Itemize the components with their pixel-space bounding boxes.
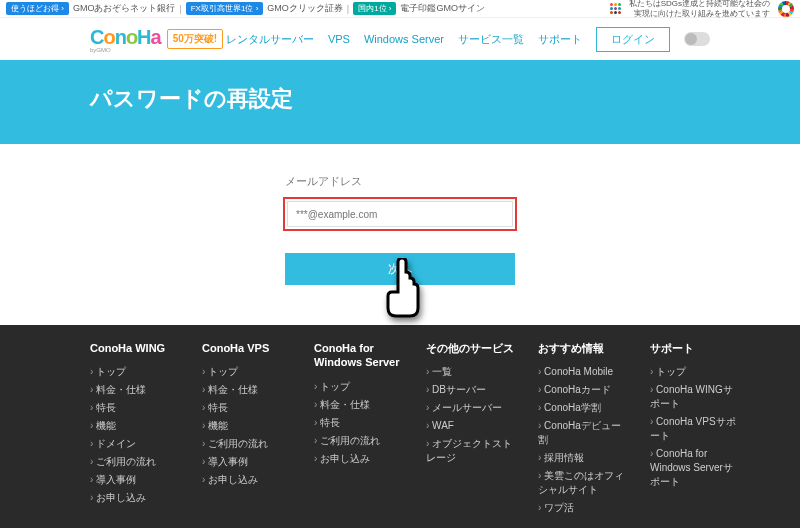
- footer-link[interactable]: トップ: [96, 366, 126, 377]
- theme-toggle[interactable]: [684, 32, 710, 46]
- partner-badge-0[interactable]: 使うほどお得 ›: [6, 2, 69, 15]
- email-field[interactable]: [287, 201, 513, 227]
- footer-col-1: ConoHa VPSトップ料金・仕様特長機能ご利用の流れ導入事例お申し込み: [202, 341, 292, 519]
- footer-link[interactable]: お申し込み: [320, 453, 370, 464]
- footer-link[interactable]: 料金・仕様: [208, 384, 258, 395]
- footer-link[interactable]: ワプ活: [544, 502, 574, 513]
- site-header: ConoHa byGMO 50万突破! レンタルサーバー VPS Windows…: [0, 18, 800, 60]
- footer-col-title: おすすめ情報: [538, 341, 628, 355]
- footer-link[interactable]: トップ: [320, 381, 350, 392]
- footer-col-5: サポートトップConoHa WINGサポートConoHa VPSサポートCono…: [650, 341, 740, 519]
- footer-link[interactable]: 採用情報: [544, 452, 584, 463]
- footer-link[interactable]: ConoHaカード: [544, 384, 611, 395]
- footer-link[interactable]: 美雲このはオフィシャルサイト: [538, 470, 624, 495]
- topbar-left: 使うほどお得 › GMOあおぞらネット銀行 | FX取引高世界1位 › GMOク…: [6, 2, 485, 15]
- partner-link-2[interactable]: 電子印鑑GMOサイン: [400, 2, 485, 15]
- footer-col-title: サポート: [650, 341, 740, 355]
- footer-link[interactable]: お申し込み: [96, 492, 146, 503]
- sdgs-dots-icon: [610, 3, 621, 14]
- footer-col-4: おすすめ情報ConoHa MobileConoHaカードConoHa学割Cono…: [538, 341, 628, 519]
- nav-services[interactable]: サービス一覧: [458, 32, 524, 47]
- nav-support[interactable]: サポート: [538, 32, 582, 47]
- footer-link[interactable]: WAF: [432, 420, 454, 431]
- chevron-icon: |: [179, 4, 181, 14]
- footer-col-title: その他のサービス: [426, 341, 516, 355]
- promo-badge: 50万突破!: [167, 29, 223, 49]
- next-button[interactable]: 次へ: [285, 253, 515, 285]
- footer-link[interactable]: トップ: [208, 366, 238, 377]
- footer-link[interactable]: ご利用の流れ: [96, 456, 156, 467]
- footer-link[interactable]: ドメイン: [96, 438, 136, 449]
- footer-link[interactable]: 機能: [208, 420, 228, 431]
- footer-link[interactable]: 特長: [208, 402, 228, 413]
- footer-link[interactable]: ConoHaデビュー割: [538, 420, 621, 445]
- footer-link[interactable]: ConoHa学割: [544, 402, 601, 413]
- logo: ConoHa: [90, 26, 161, 48]
- footer-link[interactable]: DBサーバー: [432, 384, 486, 395]
- footer-link[interactable]: ConoHa WINGサポート: [650, 384, 733, 409]
- footer-link[interactable]: ご利用の流れ: [320, 435, 380, 446]
- footer-link[interactable]: ConoHa for Windows Serverサポート: [650, 448, 733, 487]
- footer-link[interactable]: オブジェクトストレージ: [426, 438, 512, 463]
- hero: パスワードの再設定: [0, 60, 800, 144]
- footer-link[interactable]: 機能: [96, 420, 116, 431]
- nav-vps[interactable]: VPS: [328, 33, 350, 45]
- page-title: パスワードの再設定: [90, 84, 710, 114]
- footer-link[interactable]: お申し込み: [208, 474, 258, 485]
- footer-link[interactable]: 特長: [96, 402, 116, 413]
- partner-link-1[interactable]: GMOクリック証券: [267, 2, 343, 15]
- footer-col-title: ConoHa WING: [90, 341, 180, 355]
- chevron-icon: |: [347, 4, 349, 14]
- login-button[interactable]: ログイン: [596, 27, 670, 52]
- password-reset-form: メールアドレス 次へ: [0, 144, 800, 325]
- footer-link[interactable]: 一覧: [432, 366, 452, 377]
- footer-link[interactable]: 導入事例: [208, 456, 248, 467]
- footer-link[interactable]: 導入事例: [96, 474, 136, 485]
- footer-col-0: ConoHa WINGトップ料金・仕様特長機能ドメインご利用の流れ導入事例お申し…: [90, 341, 180, 519]
- main-nav: レンタルサーバー VPS Windows Server サービス一覧 サポート …: [226, 27, 710, 52]
- footer-link[interactable]: 料金・仕様: [96, 384, 146, 395]
- footer-col-3: その他のサービス一覧DBサーバーメールサーバーWAFオブジェクトストレージ: [426, 341, 516, 519]
- site-footer: ConoHa WINGトップ料金・仕様特長機能ドメインご利用の流れ導入事例お申し…: [0, 325, 800, 528]
- nav-rental[interactable]: レンタルサーバー: [226, 32, 314, 47]
- footer-link[interactable]: トップ: [656, 366, 686, 377]
- footer-col-2: ConoHa for Windows Serverトップ料金・仕様特長ご利用の流…: [314, 341, 404, 519]
- partner-badge-1[interactable]: FX取引高世界1位 ›: [186, 2, 264, 15]
- footer-link[interactable]: 特長: [320, 417, 340, 428]
- footer-link[interactable]: メールサーバー: [432, 402, 502, 413]
- partner-badge-2[interactable]: 国内1位 ›: [353, 2, 396, 15]
- partner-link-0[interactable]: GMOあおぞらネット銀行: [73, 2, 176, 15]
- brand[interactable]: ConoHa byGMO 50万突破!: [90, 26, 223, 53]
- footer-link[interactable]: ConoHa Mobile: [544, 366, 613, 377]
- partner-topbar: 使うほどお得 › GMOあおぞらネット銀行 | FX取引高世界1位 › GMOク…: [0, 0, 800, 18]
- email-highlight: [283, 197, 517, 231]
- footer-link[interactable]: ConoHa VPSサポート: [650, 416, 736, 441]
- footer-col-title: ConoHa for Windows Server: [314, 341, 404, 370]
- sdgs-wheel-icon: [778, 1, 794, 17]
- sdgs-text: 私たちはSDGs達成と持続可能な社会の 実現に向けた取り組みを進めています: [629, 0, 770, 18]
- footer-link[interactable]: 料金・仕様: [320, 399, 370, 410]
- sdgs-block[interactable]: 私たちはSDGs達成と持続可能な社会の 実現に向けた取り組みを進めています: [610, 0, 794, 18]
- footer-link[interactable]: ご利用の流れ: [208, 438, 268, 449]
- email-label: メールアドレス: [285, 174, 515, 189]
- nav-windows[interactable]: Windows Server: [364, 33, 444, 45]
- footer-col-title: ConoHa VPS: [202, 341, 292, 355]
